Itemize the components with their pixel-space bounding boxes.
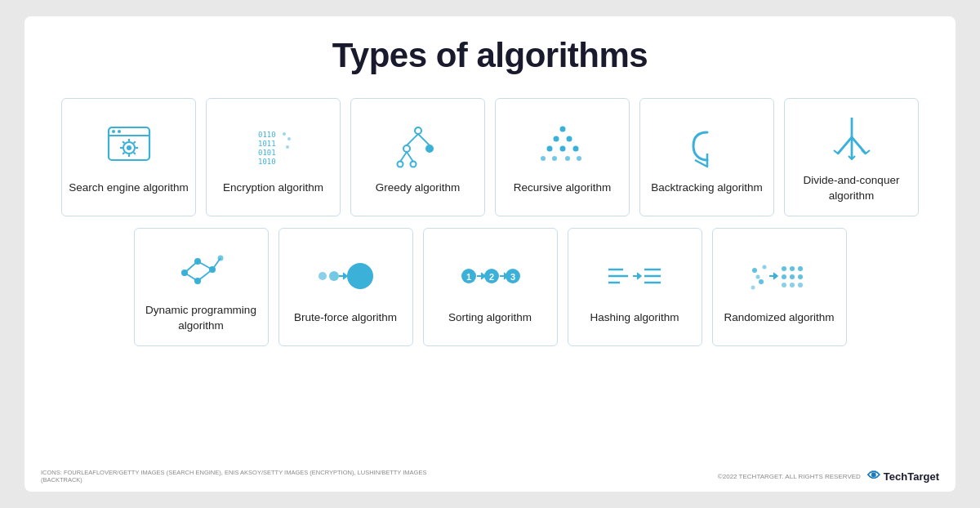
card-label-dynamic: Dynamic programming algorithm [141,303,261,332]
svg-line-52 [198,270,212,281]
brand-name: TechTarget [884,470,939,483]
svg-point-37 [552,156,557,161]
svg-point-20 [286,145,289,149]
footer-credits: ICONS: FOURLEAFLOVER/GETTY IMAGES (SEARC… [41,469,449,483]
brute-force-icon [319,250,372,302]
sorting-icon: 1 2 3 [464,250,516,302]
svg-point-33 [546,146,552,152]
svg-point-32 [566,136,572,142]
svg-point-34 [559,146,565,152]
svg-point-75 [756,275,760,279]
search-engine-icon [103,120,155,172]
svg-point-86 [790,283,795,287]
backtracking-icon [681,120,733,172]
card-label-greedy: Greedy algorithm [376,180,461,195]
card-dynamic: Dynamic programming algorithm [134,228,269,346]
svg-point-5 [127,145,131,150]
svg-point-18 [283,132,286,136]
svg-line-27 [407,152,413,162]
svg-line-26 [400,152,407,162]
card-brute-force: Brute-force algorithm [278,228,413,346]
svg-point-79 [782,266,786,271]
svg-point-83 [790,274,795,279]
footer-copyright: ©2022 TECHTARGET. ALL RIGHTS RESERVED [718,473,861,480]
card-search-engine: Search engine algorithm [61,98,196,216]
card-label-divide-conquer: Divide-and-conquer algorithm [791,173,911,203]
card-label-randomized: Randomized algorithm [724,310,834,325]
svg-point-31 [553,136,559,142]
svg-line-51 [198,261,212,270]
randomized-icon [753,250,805,302]
card-label-encryption: Encryption algorithm [223,180,323,195]
svg-point-55 [329,271,339,281]
recursive-icon [537,120,589,172]
svg-line-12 [133,142,135,144]
card-recursive: Recursive algorithm [495,98,630,216]
svg-line-13 [122,153,124,154]
svg-point-35 [572,146,578,152]
svg-line-50 [185,273,198,281]
svg-point-80 [790,266,795,271]
footer: ICONS: FOURLEAFLOVER/GETTY IMAGES (SEARC… [41,469,939,483]
svg-text:1: 1 [466,272,471,282]
card-backtracking: Backtracking algorithm [639,98,774,216]
svg-point-77 [751,286,755,290]
main-card: Types of algorithms [24,16,956,492]
svg-line-49 [185,261,198,273]
card-encryption: 0110 1011 0101 1010 Encryption algorithm [206,98,341,216]
svg-point-85 [782,283,786,287]
dynamic-icon [175,243,227,295]
card-label-sorting: Sorting algorithm [448,310,532,325]
svg-line-10 [122,142,124,144]
card-sorting: 1 2 3 Sorting algorithm [423,228,558,346]
encryption-icon: 0110 1011 0101 1010 [247,120,300,172]
row-2: Dynamic programming algorithm Brute-forc… [49,228,931,346]
svg-point-30 [559,127,565,132]
svg-point-21 [415,127,421,134]
card-hashing: Hashing algorithm [568,228,702,346]
divide-conquer-icon [826,113,878,165]
greedy-icon [392,120,444,172]
svg-point-39 [577,156,581,161]
brand-logo: 👁 TechTarget [867,469,939,483]
card-greedy: Greedy algorithm [350,98,485,216]
svg-point-25 [426,145,433,152]
svg-line-53 [212,258,220,270]
hashing-icon [608,250,661,302]
svg-point-54 [318,272,327,280]
svg-point-29 [410,162,416,167]
svg-text:2: 2 [489,272,494,282]
svg-line-22 [407,134,418,145]
card-divide-conquer: Divide-and-conquer algorithm [784,98,919,216]
svg-point-19 [287,137,291,140]
card-label-backtracking: Backtracking algorithm [651,180,763,195]
svg-point-28 [397,162,403,167]
svg-point-87 [798,283,803,287]
svg-text:0110: 0110 [258,131,276,139]
svg-point-73 [752,268,757,273]
svg-text:3: 3 [510,272,515,282]
svg-point-3 [118,130,121,133]
svg-point-84 [798,274,803,279]
svg-text:0101: 0101 [258,149,276,157]
svg-point-36 [541,156,546,161]
svg-point-2 [112,130,115,133]
svg-point-24 [403,145,410,152]
svg-text:1010: 1010 [258,158,276,166]
card-label-brute-force: Brute-force algorithm [294,310,397,325]
card-label-recursive: Recursive algorithm [514,180,611,195]
svg-point-74 [759,279,764,284]
svg-text:1011: 1011 [258,140,276,148]
card-label-hashing: Hashing algorithm [590,310,679,325]
svg-point-81 [798,266,803,271]
svg-point-82 [782,274,786,279]
card-label-search-engine: Search engine algorithm [69,180,188,195]
svg-line-11 [133,153,135,154]
svg-line-23 [418,134,430,145]
footer-right: ©2022 TECHTARGET. ALL RIGHTS RESERVED 👁 … [718,469,939,483]
page-title: Types of algorithms [49,36,931,75]
brand-eye-icon: 👁 [867,469,880,483]
svg-point-57 [347,263,373,289]
row-1: Search engine algorithm 0110 1011 0101 1… [49,98,931,216]
svg-point-76 [763,265,767,270]
